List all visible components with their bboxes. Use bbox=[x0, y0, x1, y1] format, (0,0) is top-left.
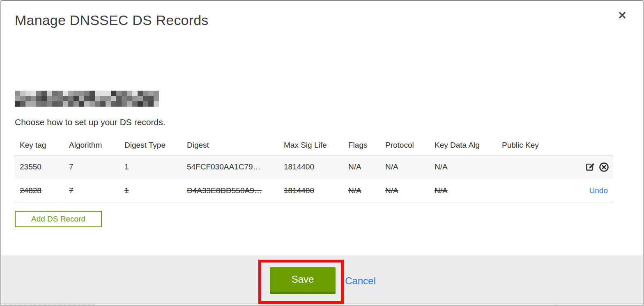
header-digest-type: Digest Type bbox=[120, 135, 182, 155]
cell-protocol: N/A bbox=[380, 155, 430, 179]
background-content-smudge bbox=[4, 304, 94, 306]
table-header-row: Key tag Algorithm Digest Type Digest Max… bbox=[15, 135, 613, 155]
cell-public-key bbox=[497, 179, 563, 203]
dnssec-modal: Manage DNSSEC DS Records Choose how to s… bbox=[0, 0, 644, 306]
cell-digest: D4A33E8DD550A9… bbox=[182, 179, 279, 203]
cell-key-tag: 23550 bbox=[15, 155, 64, 179]
cell-key-data-alg: N/A bbox=[430, 155, 497, 179]
cell-key-tag: 24828 bbox=[15, 179, 64, 203]
page-behind-modal bbox=[1, 304, 643, 305]
header-key-tag: Key tag bbox=[15, 135, 64, 155]
cell-public-key bbox=[497, 155, 563, 179]
table-row: 24828 7 1 D4A33E8DD550A9… 1814400 N/A N/… bbox=[15, 179, 613, 203]
header-max-sig-life: Max Sig Life bbox=[279, 135, 343, 155]
header-protocol: Protocol bbox=[380, 135, 430, 155]
cell-protocol: N/A bbox=[380, 179, 430, 203]
cell-max-sig-life: 1814400 bbox=[279, 155, 343, 179]
cell-max-sig-life: 1814400 bbox=[279, 179, 343, 203]
header-flags: Flags bbox=[343, 135, 380, 155]
close-icon bbox=[618, 11, 627, 20]
close-button[interactable] bbox=[614, 7, 630, 23]
edit-icon[interactable] bbox=[584, 162, 596, 173]
cell-algorithm: 7 bbox=[64, 155, 120, 179]
cell-actions bbox=[563, 155, 613, 179]
instructions-text: Choose how to set up your DS records. bbox=[15, 117, 166, 127]
cell-flags: N/A bbox=[343, 179, 380, 203]
cell-digest-type: 1 bbox=[120, 155, 182, 179]
cell-key-data-alg: N/A bbox=[430, 179, 497, 203]
ds-records-table: Key tag Algorithm Digest Type Digest Max… bbox=[15, 135, 613, 203]
header-public-key: Public Key bbox=[497, 135, 563, 155]
save-button[interactable]: Save bbox=[270, 267, 336, 294]
cell-digest-type: 1 bbox=[120, 179, 182, 203]
cell-algorithm: 7 bbox=[64, 179, 120, 203]
cell-undo: Undo bbox=[563, 179, 613, 203]
page-title: Manage DNSSEC DS Records bbox=[15, 12, 209, 28]
cancel-link[interactable]: Cancel bbox=[345, 275, 376, 287]
background-divider bbox=[556, 304, 556, 306]
cell-flags: N/A bbox=[343, 155, 380, 179]
redacted-domain bbox=[15, 91, 159, 107]
cell-digest: 54FCF030AA1C79… bbox=[182, 155, 279, 179]
modal-footer: Save Cancel bbox=[1, 256, 643, 304]
header-algorithm: Algorithm bbox=[64, 135, 120, 155]
add-ds-record-button[interactable]: Add DS Record bbox=[15, 211, 102, 227]
undo-link[interactable]: Undo bbox=[589, 186, 608, 195]
header-digest: Digest bbox=[182, 135, 279, 155]
delete-icon[interactable] bbox=[598, 162, 610, 173]
header-actions bbox=[563, 135, 613, 155]
header-key-data-alg: Key Data Alg bbox=[430, 135, 497, 155]
table-row: 23550 7 1 54FCF030AA1C79… 1814400 N/A N/… bbox=[15, 155, 613, 179]
